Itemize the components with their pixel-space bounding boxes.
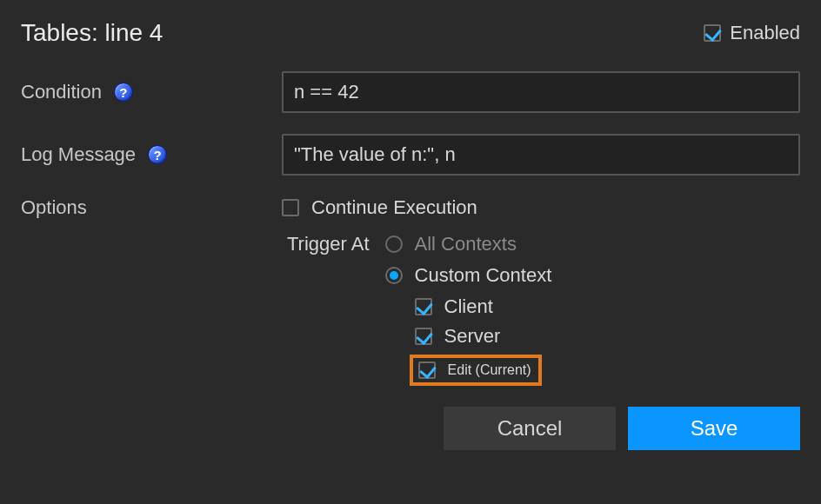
context-server-checkbox[interactable] <box>415 328 432 345</box>
context-edit-highlight: Edit (Current) <box>410 355 542 386</box>
radio-custom-context-label: Custom Context <box>415 264 552 287</box>
context-edit-label: Edit (Current) <box>448 362 531 378</box>
context-server-label: Server <box>444 325 501 348</box>
log-message-input[interactable] <box>282 134 800 176</box>
save-button[interactable]: Save <box>628 407 800 450</box>
condition-input[interactable] <box>282 71 800 113</box>
dialog-title: Tables: line 4 <box>21 19 163 47</box>
context-client-label: Client <box>444 295 493 318</box>
cancel-button[interactable]: Cancel <box>444 407 616 450</box>
dialog-buttons: Cancel Save <box>21 407 800 450</box>
trigger-at-block: Trigger At All Contexts Custom Context C… <box>282 233 800 386</box>
radio-all-contexts-button[interactable] <box>385 235 403 253</box>
context-edit-checkbox[interactable] <box>418 361 436 379</box>
context-client-checkbox[interactable] <box>415 298 432 315</box>
enabled-checkbox[interactable] <box>704 24 721 42</box>
continue-execution-label: Continue Execution <box>311 196 477 219</box>
custom-context-list: Client Server Edit (Current) <box>385 295 552 386</box>
options-label: Options <box>21 196 87 219</box>
options-block: Continue Execution Trigger At All Contex… <box>282 196 800 386</box>
help-icon[interactable]: ? <box>114 83 133 102</box>
options-row: Options Continue Execution Trigger At Al… <box>21 196 800 386</box>
trigger-at-label: Trigger At <box>287 233 370 386</box>
radio-all-contexts-label: All Contexts <box>415 233 517 255</box>
radio-custom-context-button[interactable] <box>385 267 403 284</box>
radio-all-contexts[interactable]: All Contexts <box>385 233 552 255</box>
enabled-toggle-group[interactable]: Enabled <box>704 22 800 44</box>
log-message-label-col: Log Message ? <box>21 143 282 166</box>
trigger-at-options: All Contexts Custom Context Client <box>385 233 552 386</box>
condition-row: Condition ? <box>21 71 800 113</box>
log-message-label: Log Message <box>21 143 136 166</box>
condition-label-col: Condition ? <box>21 81 282 103</box>
breakpoint-dialog: Tables: line 4 Enabled Condition ? Log M… <box>0 0 821 466</box>
condition-label: Condition <box>21 81 102 103</box>
condition-input-col <box>282 71 800 113</box>
dialog-header: Tables: line 4 Enabled <box>21 19 800 47</box>
context-client-row[interactable]: Client <box>415 295 552 318</box>
help-icon[interactable]: ? <box>148 145 167 164</box>
log-message-input-col <box>282 134 800 176</box>
radio-custom-context[interactable]: Custom Context <box>385 264 552 287</box>
continue-execution-row[interactable]: Continue Execution <box>282 196 800 219</box>
context-server-row[interactable]: Server <box>415 325 552 348</box>
continue-execution-checkbox[interactable] <box>282 199 299 216</box>
log-message-row: Log Message ? <box>21 134 800 176</box>
options-label-col: Options <box>21 196 282 219</box>
enabled-label: Enabled <box>730 22 800 44</box>
